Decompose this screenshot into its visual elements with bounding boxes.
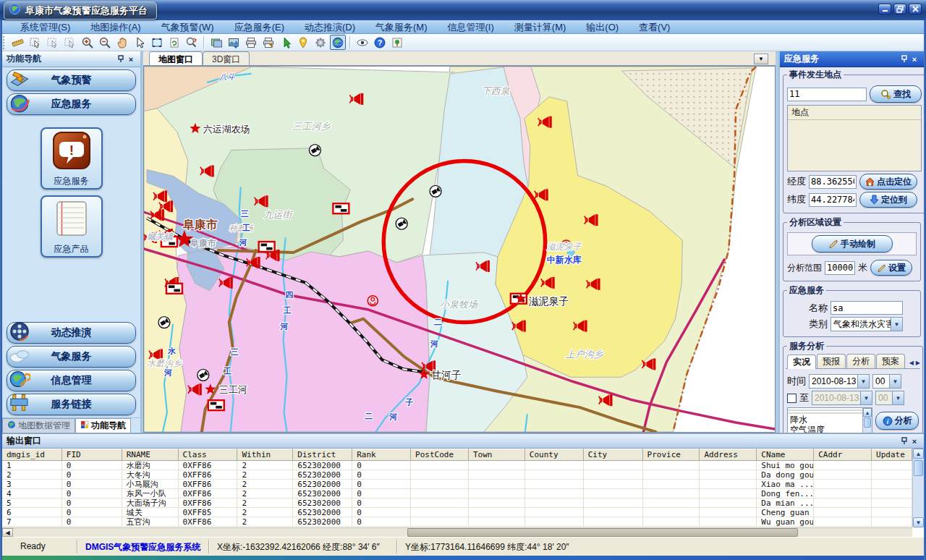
map-tab-3D窗口[interactable]: 3D窗口 <box>203 51 250 65</box>
tab-analysis[interactable]: 分析 <box>846 354 875 368</box>
sidebar-item-气象预警[interactable]: 气象预警 <box>7 69 136 91</box>
table-row[interactable]: 30小马厩沟0XFF8626523020000Xiao ma ... <box>2 480 912 489</box>
column-header-Address[interactable]: Address <box>700 449 757 461</box>
zoom-in-icon[interactable] <box>80 35 95 50</box>
vscroll-thumb[interactable] <box>914 460 923 476</box>
table-row[interactable]: 70五官沟0XFF8626523020000Wu guan gou <box>2 517 912 527</box>
column-header-Rank[interactable]: Rank <box>352 449 411 461</box>
sidebar-item-气象服务[interactable]: 气象服务 <box>7 346 136 368</box>
camera-icon[interactable] <box>309 145 320 156</box>
refresh-icon[interactable] <box>166 35 182 50</box>
table-row[interactable]: 40东风一小队0XFF8626523020000Dong fen... <box>2 489 912 499</box>
tab-dropdown-button[interactable]: ▼ <box>754 54 768 64</box>
list-item[interactable]: 空气温度 <box>788 425 872 433</box>
close-icon[interactable]: × <box>909 54 919 64</box>
table-row[interactable]: 20大冬沟0XFF8626523020000Da dong gou <box>2 470 912 480</box>
printer-icon[interactable] <box>243 35 259 50</box>
map-pin-icon[interactable] <box>295 35 311 50</box>
column-header-County[interactable]: County <box>525 449 584 461</box>
manual-draw-button[interactable]: 手动绘制 <box>812 235 893 253</box>
hour-select[interactable]: 00▼ <box>872 374 901 389</box>
menu-item-4[interactable]: 动态推演(D) <box>294 20 365 34</box>
gear-icon[interactable] <box>313 35 328 50</box>
tab-scroll-right-icon[interactable]: ▶ <box>916 360 920 366</box>
set-range-button[interactable]: 设置 <box>870 260 912 276</box>
search-button[interactable]: 查找 <box>870 85 922 103</box>
menu-item-1[interactable]: 地图操作(A) <box>80 20 150 34</box>
camera-icon[interactable] <box>430 185 441 197</box>
column-header-Within[interactable]: Within <box>237 449 293 461</box>
pointer-icon[interactable] <box>132 35 148 50</box>
column-header-Update[interactable]: Update <box>872 449 912 461</box>
restore-button[interactable] <box>893 4 906 14</box>
location-search-input[interactable] <box>787 88 867 101</box>
map-tab-地图窗口[interactable]: 地图窗口 <box>149 51 203 65</box>
panel-tab-功能导航[interactable]: 功能导航 <box>75 418 131 433</box>
camera-icon[interactable] <box>396 218 407 229</box>
sidebar-item-信息管理[interactable]: 信息管理 <box>7 370 136 391</box>
column-header-RNAME[interactable]: RNAME <box>122 449 179 461</box>
camera-icon[interactable] <box>197 369 209 381</box>
bigbutton-应急服务[interactable]: !应急服务 <box>41 127 103 190</box>
panel-tab-地图数据管理[interactable]: 地图数据管理 <box>2 418 75 433</box>
table-hscrollbar[interactable]: ◀ <box>2 527 912 537</box>
map-canvas[interactable]: 八斗六运湖农场三工河乡下西泉九运街阜康市种蓄场城关镇阜康市水磨沟乡三工河小泉牧场… <box>143 66 776 433</box>
close-button[interactable] <box>909 4 922 14</box>
column-header-PostCode[interactable]: PostCode <box>411 449 469 461</box>
chevron-down-icon[interactable]: ▼ <box>891 318 902 331</box>
full-extent-icon[interactable] <box>149 35 165 50</box>
tab-scroll-left-icon[interactable]: ◀ <box>909 360 914 366</box>
select-box2-icon[interactable] <box>45 35 61 50</box>
help-icon[interactable]: ? <box>372 35 388 50</box>
bigbutton-应急产品[interactable]: 应急产品 <box>41 195 103 258</box>
menu-item-2[interactable]: 气象预警(W) <box>151 20 224 34</box>
to-checkbox[interactable] <box>787 394 797 403</box>
column-header-FID[interactable]: FID <box>62 449 122 461</box>
to-date-select[interactable]: 2010-08-13▼ <box>812 391 872 405</box>
list-scrollbar[interactable]: ▲ <box>862 408 872 433</box>
table-vscrollbar[interactable]: ▲ ▼ <box>912 449 924 527</box>
analyze-button[interactable]: i 分析 <box>875 412 919 430</box>
goto-location-button[interactable]: 定位到 <box>859 192 917 208</box>
service-type-select[interactable]: 气象和洪水灾害 ▼ <box>831 317 903 331</box>
column-header-City[interactable]: City <box>584 449 643 461</box>
flag-icon[interactable] <box>208 400 224 410</box>
tab-forecast[interactable]: 预报 <box>817 354 846 368</box>
close-icon[interactable]: × <box>126 54 136 64</box>
column-header-Town[interactable]: Town <box>469 449 525 461</box>
range-input[interactable] <box>825 261 855 275</box>
table-row[interactable]: 50大面场子沟0XFF8626523020000Da mian ... <box>2 499 912 508</box>
hscroll-thumb[interactable] <box>407 528 798 537</box>
zoom-out-icon[interactable] <box>97 35 113 50</box>
to-hour-select[interactable]: 00▼ <box>875 391 904 405</box>
flag-icon[interactable] <box>259 242 275 252</box>
service-name-input[interactable] <box>831 301 903 315</box>
column-header-CName[interactable]: CName <box>757 449 814 461</box>
list-item[interactable]: 降水 <box>788 415 872 425</box>
scroll-up-icon[interactable]: ▲ <box>863 408 872 417</box>
latitude-input[interactable] <box>809 193 857 207</box>
layers-icon[interactable] <box>208 35 224 50</box>
pin-icon[interactable] <box>116 54 126 64</box>
measure-icon[interactable] <box>10 35 26 50</box>
green-pointer-icon[interactable] <box>278 35 294 50</box>
place-list[interactable]: 地点 <box>787 105 922 171</box>
column-header-CAddr[interactable]: CAddr <box>814 449 872 461</box>
map-svg[interactable]: 八斗六运湖农场三工河乡下西泉九运街阜康市种蓄场城关镇阜康市水磨沟乡三工河小泉牧场… <box>144 67 775 432</box>
click-locate-button[interactable]: 点击定位 <box>859 174 917 190</box>
flag-icon[interactable] <box>166 284 182 294</box>
eye-icon[interactable] <box>354 35 370 50</box>
tab-live[interactable]: 实况 <box>787 355 816 369</box>
column-header-District[interactable]: District <box>293 449 352 461</box>
sidebar-item-动态推演[interactable]: 动态推演 <box>7 322 136 344</box>
menu-item-7[interactable]: 测量计算(M) <box>504 20 577 34</box>
column-header-Provice[interactable]: Provice <box>643 449 700 461</box>
longitude-input[interactable] <box>809 175 857 189</box>
table-row[interactable]: 60城关0XFF8526523020000Cheng guan <box>2 508 912 517</box>
scroll-left-icon[interactable]: ◀ <box>2 528 13 537</box>
menu-item-6[interactable]: 信息管理(I) <box>438 20 504 34</box>
select-box-icon[interactable] <box>27 35 43 50</box>
table-row[interactable]: 10水磨沟0XFF8626523020000Shui mo gou <box>2 461 912 470</box>
select-box3-icon[interactable] <box>62 35 78 50</box>
scroll-up-icon[interactable]: ▲ <box>913 449 924 459</box>
